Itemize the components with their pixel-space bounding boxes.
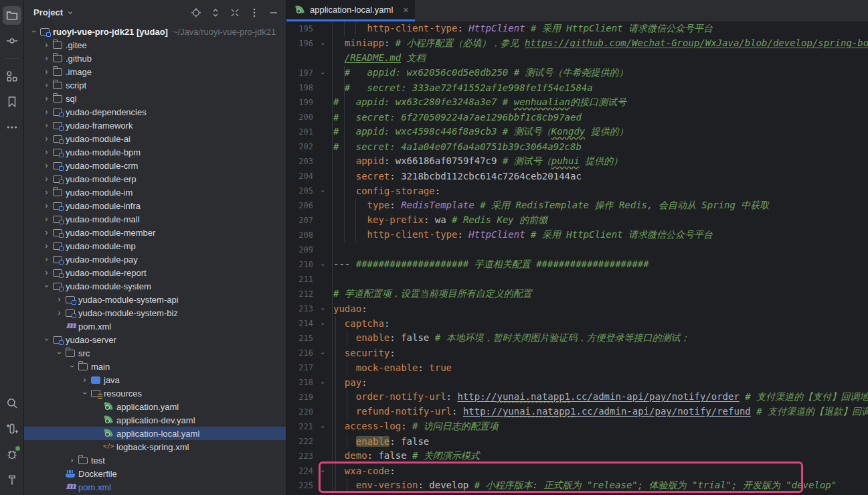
fold-marker-icon[interactable]: › <box>317 40 328 48</box>
tree-chevron-icon[interactable]: › <box>66 362 78 371</box>
tree-item-application.yaml[interactable]: application.yaml <box>24 400 286 413</box>
tree-item-dockerfile[interactable]: Dockerfile <box>24 467 286 480</box>
code-line-224[interactable]: 224› wxa-code: <box>286 464 868 478</box>
code-line-197[interactable]: 197› # appid: wx62056c0d5e8db250 # 测试号（牛… <box>286 66 868 80</box>
tree-item-src[interactable]: ›src <box>24 346 286 360</box>
debug-tool-button[interactable] <box>3 445 21 464</box>
tree-chevron-icon[interactable]: › <box>41 228 52 237</box>
code-line-217[interactable]: 217 mock-enable: true <box>286 360 868 375</box>
tree-chevron-icon[interactable]: › <box>41 174 52 184</box>
line-number[interactable]: 223 <box>286 451 317 461</box>
code-line-216[interactable]: 216› security: <box>286 346 868 360</box>
code-line-204[interactable]: 204 secret: 3218bcbd112cbc614c7264ceb201… <box>286 169 868 184</box>
line-number[interactable]: 213 <box>286 304 317 313</box>
tree-item-pom.xml[interactable]: pom.xml <box>24 320 286 333</box>
endpoints-tool-button[interactable] <box>3 419 21 438</box>
tree-item-.github[interactable]: ›.github <box>24 52 286 65</box>
tree-chevron-icon[interactable]: › <box>41 67 52 76</box>
line-number[interactable]: 217 <box>286 363 317 372</box>
code-line-213[interactable]: 213›yudao: <box>286 301 868 316</box>
code-editor[interactable]: 195 http-client-type: HttpClient # 采用 Ht… <box>286 21 868 495</box>
line-number[interactable]: 205 <box>286 186 317 196</box>
tree-chevron-icon[interactable]: › <box>41 54 52 63</box>
fold-marker-icon[interactable]: › <box>317 187 328 196</box>
tree-item-yudao-module-pay[interactable]: ›yudao-module-pay <box>24 253 286 266</box>
tree-item-yudao-module-infra[interactable]: ›yudao-module-infra <box>24 199 286 212</box>
tree-chevron-icon[interactable]: › <box>41 214 52 224</box>
tree-chevron-icon[interactable]: › <box>54 295 65 304</box>
code-line-214[interactable]: 214› captcha: <box>286 316 868 331</box>
code-line-220[interactable]: 220 refund-notify-url: http://yunai.nata… <box>286 405 868 419</box>
tree-item-.gitee[interactable]: ›.gitee <box>24 38 286 52</box>
line-number[interactable]: 209 <box>286 245 317 255</box>
line-number[interactable]: 216 <box>286 348 317 358</box>
tree-item-sql[interactable]: ›sql <box>24 92 286 105</box>
tree-item-yudao-dependencies[interactable]: ›yudao-dependencies <box>24 105 286 119</box>
code-line-195[interactable]: 195 http-client-type: HttpClient # 采用 Ht… <box>286 21 868 36</box>
line-number[interactable]: 202 <box>286 142 317 151</box>
tree-item-yudao-module-mp[interactable]: ›yudao-module-mp <box>24 239 286 253</box>
options-kebab-icon[interactable] <box>249 7 260 18</box>
tree-item-script[interactable]: ›script <box>24 78 286 92</box>
fold-marker-icon[interactable]: › <box>317 423 328 431</box>
build-tool-button[interactable] <box>3 470 21 489</box>
code-line-222[interactable]: 222 enable: false <box>286 434 868 449</box>
tree-chevron-icon[interactable]: › <box>54 308 65 317</box>
fold-marker-icon[interactable]: › <box>317 261 328 269</box>
fold-marker-icon[interactable]: › <box>317 349 328 358</box>
fold-marker-icon[interactable]: › <box>317 69 328 78</box>
code-line-212[interactable]: 212# 芋道配置项，设置当前项目所有自定义的配置 <box>286 287 868 301</box>
tree-chevron-icon[interactable]: › <box>41 161 52 170</box>
fold-marker-icon[interactable]: › <box>317 467 328 476</box>
tree-item-main[interactable]: ›main <box>24 360 286 373</box>
line-number[interactable]: 200 <box>286 113 317 122</box>
code-line-209[interactable]: 209 <box>286 242 868 257</box>
tree-item-yudao-server[interactable]: ›yudao-server <box>24 333 286 346</box>
line-number[interactable]: 195 <box>286 24 317 33</box>
tree-chevron-icon[interactable]: › <box>41 335 52 344</box>
tree-item-yudao-module-mall[interactable]: ›yudao-module-mall <box>24 212 286 226</box>
bookmarks-tool-button[interactable] <box>3 92 21 111</box>
code-line-200[interactable]: 200# secret: 6f270509224a7ae1296bbf1c8cb… <box>286 110 868 125</box>
fold-marker-icon[interactable]: › <box>317 320 328 328</box>
code-line-205[interactable]: 205› config-storage: <box>286 184 868 198</box>
tree-item-ruoyi-vue-pro-jdk21-yudao-[interactable]: ›ruoyi-vue-pro-jdk21 [yudao]~/Java/ruoyi… <box>24 25 286 38</box>
code-line-208[interactable]: 208 http-client-type: HttpClient # 采用 Ht… <box>286 228 868 242</box>
line-number[interactable]: 219 <box>286 393 317 402</box>
tree-chevron-icon[interactable]: › <box>41 40 52 50</box>
tree-chevron-icon[interactable]: › <box>41 147 52 157</box>
line-number[interactable]: 220 <box>286 407 317 417</box>
tree-chevron-icon[interactable]: › <box>41 201 52 210</box>
tree-chevron-icon[interactable]: › <box>66 455 78 465</box>
line-number[interactable]: 204 <box>286 171 317 181</box>
tree-chevron-icon[interactable]: › <box>41 281 52 291</box>
line-number[interactable]: 197 <box>286 68 317 78</box>
tree-chevron-icon[interactable]: › <box>54 348 65 358</box>
code-line-206[interactable]: 206 type: RedisTemplate # 采用 RedisTempla… <box>286 198 868 213</box>
tree-chevron-icon[interactable]: › <box>41 107 52 117</box>
code-line-218[interactable]: 218› pay: <box>286 375 868 390</box>
tree-item-resources[interactable]: ›resources <box>24 386 286 400</box>
tree-item-test[interactable]: ›test <box>24 453 286 467</box>
line-number[interactable]: 203 <box>286 157 317 166</box>
code-line-207[interactable]: 207 key-prefix: wa # Redis Key 的前缀 <box>286 213 868 228</box>
tree-item-yudao-module-system-biz[interactable]: ›yudao-module-system-biz <box>24 306 286 320</box>
tree-chevron-icon[interactable]: › <box>41 255 52 264</box>
tree-item-yudao-framework[interactable]: ›yudao-framework <box>24 119 286 132</box>
code-line-201[interactable]: 201# appid: wxc4598c446f8a9cb3 # 测试号（Kon… <box>286 125 868 139</box>
line-number[interactable]: 210 <box>286 260 317 269</box>
code-line-196[interactable]: 196› miniapp: # 小程序配置（必填），参见 https://git… <box>286 36 868 51</box>
close-tab-icon[interactable]: × <box>403 5 408 15</box>
tree-chevron-icon[interactable]: › <box>41 121 52 130</box>
line-number[interactable]: 199 <box>286 98 317 107</box>
tree-item-yudao-module-ai[interactable]: ›yudao-module-ai <box>24 132 286 145</box>
tree-item-yudao-module-bpm[interactable]: ›yudao-module-bpm <box>24 145 286 159</box>
code-line-219[interactable]: 219 order-notify-url: http://yunai.natap… <box>286 390 868 405</box>
code-line-215[interactable]: 215 enable: false # 本地环境，暂时关闭图片验证码，方便登录等… <box>286 331 868 346</box>
structure-tool-button[interactable] <box>3 67 21 86</box>
line-number[interactable]: 222 <box>286 437 317 446</box>
fold-marker-icon[interactable]: › <box>317 305 328 313</box>
tree-item-yudao-module-report[interactable]: ›yudao-module-report <box>24 266 286 279</box>
line-number[interactable]: 212 <box>286 289 317 299</box>
line-number[interactable]: 221 <box>286 422 317 431</box>
